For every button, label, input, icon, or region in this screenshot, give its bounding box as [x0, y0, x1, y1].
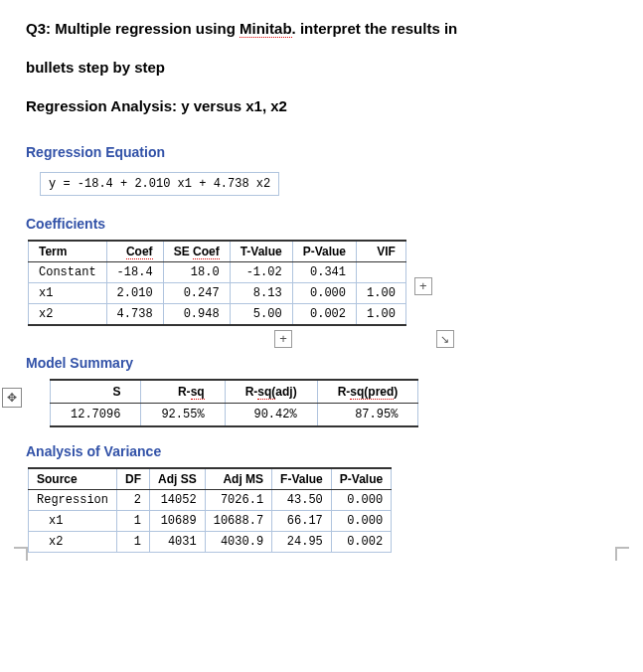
cell: x2: [29, 532, 117, 553]
col-term: Term: [29, 241, 107, 262]
cell: 92.55%: [141, 404, 225, 427]
resize-handle-icon[interactable]: ↘: [436, 330, 454, 348]
cell: 1.00: [357, 304, 406, 326]
cell: 90.42%: [225, 404, 317, 427]
cell: 7026.1: [205, 490, 271, 511]
cell: -18.4: [106, 262, 163, 283]
col-source: Source: [29, 468, 117, 490]
regression-equation: y = -18.4 + 2.010 x1 + 4.738 x2: [40, 172, 279, 196]
question-title: Q3: Multiple regression using Minitab. i…: [26, 18, 617, 39]
question-title-line2: bullets step by step: [26, 57, 617, 78]
table-header-row: S R-sq R-sq(adj) R-sq(pred): [51, 380, 418, 404]
cell: 0.247: [163, 283, 230, 304]
analysis-title: Regression Analysis: y versus x1, x2: [26, 95, 617, 116]
regression-equation-header: Regression Equation: [26, 144, 617, 160]
coefficients-table: Term Coef SE Coef T-Value P-Value VIF Co…: [28, 240, 406, 326]
move-handle-icon[interactable]: ✥: [2, 388, 22, 408]
cell: 5.00: [230, 304, 292, 326]
title-underlined: Minitab: [240, 20, 292, 38]
model-summary-header: Model Summary: [26, 355, 617, 371]
col-p: P-Value: [331, 468, 391, 490]
page-corner-left: [14, 547, 28, 561]
cell: 0.000: [331, 490, 391, 511]
cell: 10688.7: [205, 511, 271, 532]
col-vif: VIF: [357, 241, 406, 262]
cell: 2.010: [106, 283, 163, 304]
cell: 0.000: [331, 511, 391, 532]
cell: 0.948: [163, 304, 230, 326]
col-se: SE Coef: [163, 241, 230, 262]
cell: Constant: [29, 262, 107, 283]
col-p: P-Value: [292, 241, 356, 262]
cell: x2: [29, 304, 107, 326]
table-header-row: Source DF Adj SS Adj MS F-Value P-Value: [29, 468, 392, 490]
page-corner-right: [615, 547, 629, 561]
model-summary-table: S R-sq R-sq(adj) R-sq(pred) 12.7096 92.5…: [50, 379, 418, 427]
cell: -1.02: [230, 262, 292, 283]
cell: 0.000: [292, 283, 356, 304]
col-rsq: R-sq: [141, 380, 225, 404]
cell: 1: [117, 532, 150, 553]
cell: 0.341: [292, 262, 356, 283]
table-row: 12.7096 92.55% 90.42% 87.95%: [51, 404, 418, 427]
cell: 18.0: [163, 262, 230, 283]
cell: 10689: [150, 511, 206, 532]
coefficients-header: Coefficients: [26, 216, 617, 232]
cell: 0.002: [292, 304, 356, 326]
cell: 4.738: [106, 304, 163, 326]
cell: 1: [117, 511, 150, 532]
table-row: x1 2.010 0.247 8.13 0.000 1.00: [29, 283, 406, 304]
col-s: S: [51, 380, 141, 404]
col-t: T-Value: [230, 241, 292, 262]
cell: 24.95: [272, 532, 332, 553]
table-row: Regression 2 14052 7026.1 43.50 0.000: [29, 490, 392, 511]
cell: Regression: [29, 490, 117, 511]
col-rsqpred: R-sq(pred): [317, 380, 418, 404]
add-column-handle[interactable]: +: [414, 277, 432, 295]
col-df: DF: [117, 468, 150, 490]
cell: 1.00: [357, 283, 406, 304]
title-part1: Q3: Multiple regression using: [26, 20, 240, 37]
anova-header: Analysis of Variance: [26, 443, 617, 459]
table-row: x2 4.738 0.948 5.00 0.002 1.00: [29, 304, 406, 326]
title-part2: . interpret the results in: [292, 20, 458, 37]
col-coef: Coef: [106, 241, 163, 262]
anova-table: Source DF Adj SS Adj MS F-Value P-Value …: [28, 467, 392, 553]
col-rsqadj: R-sq(adj): [225, 380, 317, 404]
table-row: x2 1 4031 4030.9 24.95 0.002: [29, 532, 392, 553]
cell: 4031: [150, 532, 206, 553]
cell: 4030.9: [205, 532, 271, 553]
cell: 0.002: [331, 532, 391, 553]
col-adjss: Adj SS: [150, 468, 206, 490]
cell: 12.7096: [51, 404, 141, 427]
cell: 14052: [150, 490, 206, 511]
cell: x1: [29, 511, 117, 532]
add-row-handle[interactable]: +: [274, 330, 292, 348]
cell: 87.95%: [317, 404, 418, 427]
col-adjms: Adj MS: [205, 468, 271, 490]
cell: 2: [117, 490, 150, 511]
cell: 8.13: [230, 283, 292, 304]
table-row: Constant -18.4 18.0 -1.02 0.341: [29, 262, 406, 283]
cell: 43.50: [272, 490, 332, 511]
cell: [357, 262, 406, 283]
cell: 66.17: [272, 511, 332, 532]
col-f: F-Value: [272, 468, 332, 490]
table-header-row: Term Coef SE Coef T-Value P-Value VIF: [29, 241, 406, 262]
table-row: x1 1 10689 10688.7 66.17 0.000: [29, 511, 392, 532]
cell: x1: [29, 283, 107, 304]
